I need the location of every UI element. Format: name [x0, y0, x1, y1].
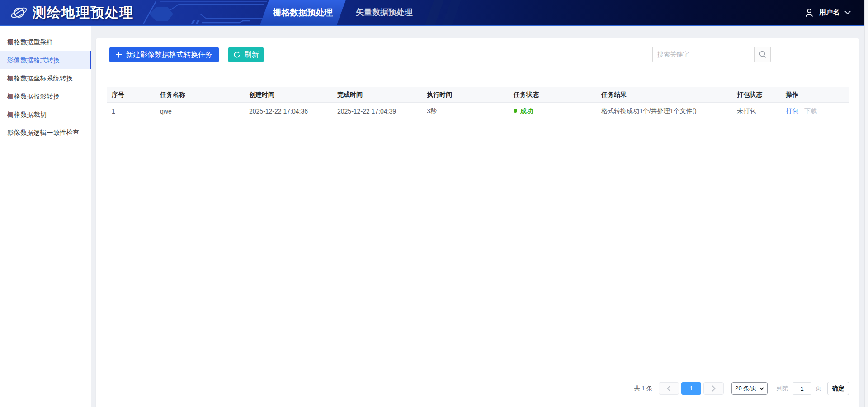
sidebar-item-image-logic-check[interactable]: 影像数据逻辑一致性检查 — [0, 123, 91, 142]
prev-page-button[interactable] — [659, 382, 679, 395]
user-name: 用户名 — [819, 8, 840, 17]
search-icon — [759, 50, 767, 58]
cell-pack-status: 未打包 — [732, 103, 781, 120]
column-header-status: 任务状态 — [509, 87, 597, 103]
status-dot — [514, 109, 517, 113]
table-section: 序号 任务名称 创建时间 完成时间 执行时间 任务状态 任务结果 打包状态 操作 — [96, 71, 859, 120]
sidebar-item-raster-coord-convert[interactable]: 栅格数据坐标系统转换 — [0, 69, 91, 87]
cell-status: 成功 — [509, 103, 597, 120]
page-scrollbar[interactable] — [864, 0, 868, 407]
user-menu[interactable]: 用户名 — [804, 0, 851, 25]
next-page-button[interactable] — [703, 382, 724, 395]
refresh-button[interactable]: 刷新 — [228, 47, 264, 62]
cell-result: 格式转换成功1个/共处理1个文件() — [597, 103, 732, 120]
column-header-pack-status: 打包状态 — [732, 87, 781, 103]
pagination: 共 1 条 1 20 条/页 — [634, 382, 849, 395]
sidebar: 栅格数据重采样 影像数据格式转换 栅格数据坐标系统转换 栅格数据投影转换 栅格数… — [0, 26, 91, 407]
column-header-task-name: 任务名称 — [156, 87, 245, 103]
download-link-disabled[interactable]: 下载 — [804, 107, 817, 114]
plus-icon — [116, 52, 122, 58]
table-header-row: 序号 任务名称 创建时间 完成时间 执行时间 任务状态 任务结果 打包状态 操作 — [107, 87, 849, 103]
chevron-down-icon — [844, 10, 851, 14]
search-input[interactable] — [652, 47, 755, 62]
sidebar-item-raster-projection-convert[interactable]: 栅格数据投影转换 — [0, 87, 91, 105]
cell-exec-time: 3秒 — [422, 103, 509, 120]
column-header-index: 序号 — [107, 87, 156, 103]
app-root: 测绘地理预处理 栅格数据预处理 矢量数据预处理 用户名 栅格数据重采样 影像数据… — [0, 0, 868, 407]
sidebar-item-raster-resample[interactable]: 栅格数据重采样 — [0, 33, 91, 51]
new-task-button[interactable]: 新建影像数据格式转换任务 — [109, 47, 219, 62]
task-table: 序号 任务名称 创建时间 完成时间 执行时间 任务状态 任务结果 打包状态 操作 — [107, 87, 849, 120]
column-header-finish-time: 完成时间 — [333, 87, 422, 103]
user-icon — [804, 8, 814, 18]
chevron-left-icon — [667, 385, 671, 392]
sidebar-item-image-format-convert[interactable]: 影像数据格式转换 — [0, 51, 91, 69]
header: 测绘地理预处理 栅格数据预处理 矢量数据预处理 用户名 — [0, 0, 864, 26]
search-button[interactable] — [755, 47, 771, 62]
cell-actions: 打包下载 — [781, 103, 849, 120]
page-size-select[interactable]: 20 条/页 — [731, 382, 768, 395]
header-streak-decoration — [425, 0, 444, 25]
content-card: 新建影像数据格式转换任务 刷新 — [96, 38, 859, 407]
refresh-button-label: 刷新 — [244, 50, 259, 60]
pagination-total: 共 1 条 — [634, 384, 652, 393]
chevron-right-icon — [712, 385, 716, 392]
column-header-actions: 操作 — [781, 87, 849, 103]
page-number-button[interactable]: 1 — [681, 382, 701, 395]
page-size-label: 20 条/页 — [735, 384, 757, 393]
tab-vector-preprocessing[interactable]: 矢量数据预处理 — [348, 0, 420, 25]
pack-link[interactable]: 打包 — [786, 107, 798, 114]
column-header-result: 任务结果 — [597, 87, 732, 103]
select-arrow-icon — [760, 387, 764, 390]
column-header-create-time: 创建时间 — [245, 87, 333, 103]
goto-prefix-label: 到第 — [777, 384, 788, 393]
cell-task-name: qwe — [156, 103, 245, 120]
status-text: 成功 — [520, 107, 533, 114]
cell-create-time: 2025-12-22 17:04:36 — [245, 103, 333, 120]
header-circuit-decoration — [129, 0, 267, 25]
search-group — [652, 47, 771, 62]
refresh-icon — [233, 51, 241, 58]
main-content: 新建影像数据格式转换任务 刷新 — [91, 26, 864, 407]
app-logo: 测绘地理预处理 — [10, 4, 134, 22]
goto-suffix-label: 页 — [816, 384, 821, 393]
column-header-exec-time: 执行时间 — [422, 87, 509, 103]
new-task-button-label: 新建影像数据格式转换任务 — [126, 50, 212, 60]
app-title: 测绘地理预处理 — [33, 4, 134, 22]
table-row: 1 qwe 2025-12-22 17:04:36 2025-12-22 17:… — [107, 103, 849, 120]
tab-raster-preprocessing[interactable]: 栅格数据预处理 — [264, 0, 341, 25]
goto-confirm-button[interactable]: 确定 — [827, 382, 849, 395]
cell-index: 1 — [107, 103, 156, 120]
header-streak-decoration — [442, 0, 461, 25]
cell-finish-time: 2025-12-22 17:04:39 — [333, 103, 422, 120]
goto-page-input[interactable] — [793, 382, 811, 395]
sidebar-item-raster-clip[interactable]: 栅格数据裁切 — [0, 105, 91, 123]
app-logo-icon — [10, 4, 28, 22]
toolbar: 新建影像数据格式转换任务 刷新 — [96, 38, 859, 71]
